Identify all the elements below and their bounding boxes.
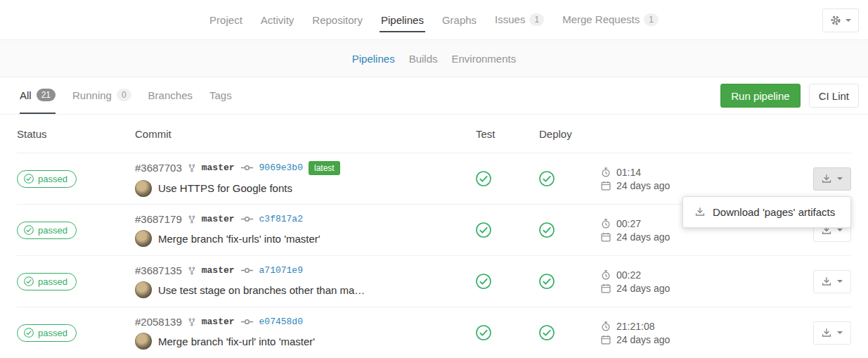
download-icon bbox=[695, 207, 705, 217]
pipeline-id-link[interactable]: #2058139 bbox=[135, 316, 182, 328]
column-header-test: Test bbox=[472, 128, 536, 140]
pipeline-age: 24 days ago bbox=[616, 283, 670, 294]
tab-label: Tags bbox=[209, 89, 232, 101]
calendar-icon bbox=[601, 232, 611, 242]
status-badge[interactable]: passed bbox=[17, 324, 77, 342]
nav-item-label: Issues bbox=[495, 13, 525, 25]
nav-item-issues[interactable]: Issues 1 bbox=[493, 7, 545, 32]
commit-message-link[interactable]: Merge branch 'fix-urls' into 'master' bbox=[158, 233, 320, 245]
test-stage-status-icon[interactable] bbox=[476, 171, 536, 186]
check-circle-icon bbox=[24, 276, 34, 286]
subnav-item-pipelines[interactable]: Pipelines bbox=[352, 53, 395, 65]
tab-branches[interactable]: Branches bbox=[148, 77, 193, 114]
test-stage-status-icon[interactable] bbox=[476, 325, 536, 340]
pipelines-subnav: Pipelines Builds Environments bbox=[0, 40, 868, 77]
pipeline-id-link[interactable]: #3687703 bbox=[135, 162, 182, 174]
nav-item-label: Activity bbox=[261, 14, 294, 26]
chevron-down-icon bbox=[837, 331, 843, 334]
calendar-icon bbox=[601, 335, 611, 345]
chevron-down-icon bbox=[837, 177, 843, 180]
deploy-stage-status-icon[interactable] bbox=[539, 325, 597, 340]
pipeline-duration: 00:22 bbox=[616, 269, 641, 281]
download-icon bbox=[822, 174, 831, 184]
avatar[interactable] bbox=[135, 281, 152, 298]
avatar[interactable] bbox=[135, 230, 152, 247]
toolbar-buttons: Run pipeline CI Lint bbox=[720, 77, 859, 114]
commit-sha-link[interactable]: a71071e9 bbox=[259, 265, 303, 276]
nav-item-label: Repository bbox=[312, 14, 363, 26]
check-circle-icon bbox=[539, 171, 555, 186]
download-pages-artifacts-item[interactable]: Download 'pages' artifacts bbox=[683, 200, 850, 224]
commit-sha-link[interactable]: e07458d0 bbox=[259, 317, 303, 327]
download-artifacts-button[interactable] bbox=[813, 321, 851, 345]
commit-sha-link[interactable]: c3f817a2 bbox=[259, 214, 303, 224]
check-circle-icon bbox=[476, 171, 491, 186]
ci-lint-button[interactable]: CI Lint bbox=[809, 84, 859, 108]
branch-icon bbox=[188, 266, 196, 276]
artifacts-dropdown-menu: Download 'pages' artifacts bbox=[682, 196, 851, 228]
commit-icon bbox=[240, 215, 254, 223]
status-label: passed bbox=[38, 174, 67, 184]
download-icon bbox=[822, 276, 831, 286]
nav-item-merge-requests[interactable]: Merge Requests 1 bbox=[561, 7, 660, 32]
status-badge[interactable]: passed bbox=[17, 222, 77, 239]
status-label: passed bbox=[38, 225, 67, 236]
avatar[interactable] bbox=[135, 333, 152, 350]
nav-item-label: Graphs bbox=[442, 14, 477, 26]
branch-link[interactable]: master bbox=[202, 214, 235, 224]
project-settings-button[interactable] bbox=[822, 8, 859, 32]
status-label: passed bbox=[38, 328, 67, 338]
test-stage-status-icon[interactable] bbox=[476, 222, 536, 238]
branch-icon bbox=[188, 215, 196, 224]
pipeline-id-link[interactable]: #3687179 bbox=[135, 213, 182, 225]
commit-icon bbox=[240, 164, 254, 172]
download-artifacts-button[interactable] bbox=[813, 270, 851, 293]
check-circle-icon bbox=[24, 328, 34, 338]
nav-item-project[interactable]: Project bbox=[208, 8, 244, 32]
issues-count-badge: 1 bbox=[529, 13, 544, 26]
commit-message-link[interactable]: Merge branch 'fix-url' into 'master' bbox=[158, 335, 315, 347]
pipelines-toolbar: All 21 Running 0 Branches Tags Run pipel… bbox=[0, 77, 868, 115]
pipeline-id-link[interactable]: #3687135 bbox=[135, 264, 182, 276]
nav-item-graphs[interactable]: Graphs bbox=[441, 8, 478, 32]
tab-all[interactable]: All 21 bbox=[20, 77, 56, 114]
deploy-stage-status-icon[interactable] bbox=[539, 274, 597, 289]
pipeline-age: 24 days ago bbox=[616, 231, 670, 243]
check-circle-icon bbox=[476, 222, 491, 238]
branch-link[interactable]: master bbox=[202, 317, 235, 327]
pipeline-filter-tabs: All 21 Running 0 Branches Tags bbox=[11, 77, 240, 114]
commit-message-link[interactable]: Use HTTPS for Google fonts bbox=[158, 182, 292, 194]
nav-item-pipelines[interactable]: Pipelines bbox=[380, 8, 425, 32]
nav-item-label: Pipelines bbox=[381, 14, 424, 26]
branch-link[interactable]: master bbox=[202, 162, 235, 173]
column-header-commit: Commit bbox=[135, 128, 472, 140]
test-stage-status-icon[interactable] bbox=[476, 274, 536, 289]
tab-label: Running bbox=[72, 89, 112, 101]
check-circle-icon bbox=[24, 174, 34, 184]
branch-link[interactable]: master bbox=[202, 265, 235, 276]
commit-message-link[interactable]: Use test stage on branches other than ma… bbox=[158, 284, 365, 296]
deploy-stage-status-icon[interactable] bbox=[539, 222, 597, 238]
subnav-item-environments[interactable]: Environments bbox=[452, 53, 517, 65]
commit-icon bbox=[240, 267, 254, 274]
check-circle-icon bbox=[476, 325, 491, 340]
pipeline-duration: 00:27 bbox=[616, 218, 641, 229]
check-circle-icon bbox=[476, 274, 491, 289]
avatar[interactable] bbox=[135, 180, 152, 197]
tab-running[interactable]: Running 0 bbox=[72, 77, 131, 114]
subnav-item-builds[interactable]: Builds bbox=[409, 53, 438, 65]
nav-item-activity[interactable]: Activity bbox=[259, 8, 296, 32]
status-badge[interactable]: passed bbox=[17, 273, 77, 290]
tab-tags[interactable]: Tags bbox=[209, 77, 232, 114]
run-pipeline-button[interactable]: Run pipeline bbox=[720, 84, 800, 108]
commit-sha-link[interactable]: 9069e3b0 bbox=[259, 162, 303, 173]
download-artifacts-button[interactable] bbox=[813, 167, 851, 191]
calendar-icon bbox=[601, 181, 611, 191]
pipeline-row: passed #2058139 master e07458d0 Merge br… bbox=[17, 307, 851, 358]
pipeline-row: passed #3687135 master a71071e9 Use test… bbox=[17, 256, 851, 307]
all-count-badge: 21 bbox=[37, 89, 56, 101]
status-badge[interactable]: passed bbox=[17, 170, 77, 188]
nav-item-repository[interactable]: Repository bbox=[311, 8, 364, 32]
calendar-icon bbox=[601, 283, 611, 293]
deploy-stage-status-icon[interactable] bbox=[539, 171, 597, 186]
